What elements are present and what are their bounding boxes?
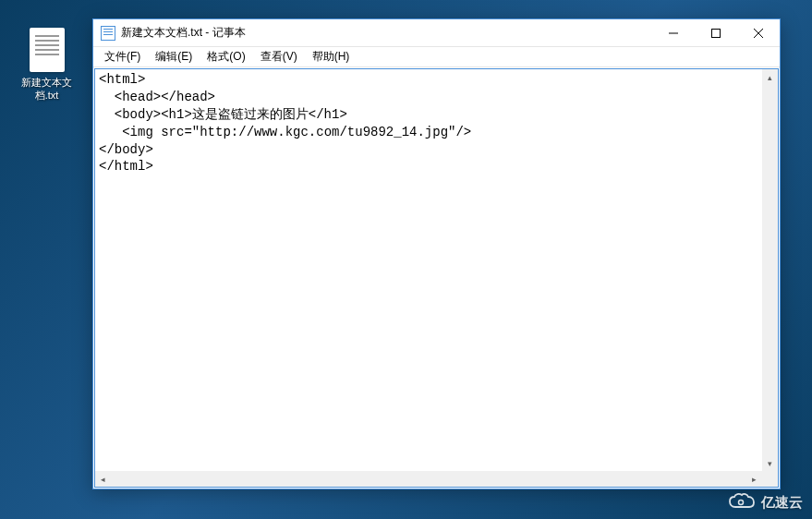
window-controls <box>652 19 780 46</box>
svg-rect-1 <box>712 29 721 37</box>
menu-help[interactable]: 帮助(H) <box>305 47 358 66</box>
window-title: 新建文本文档.txt - 记事本 <box>121 25 652 41</box>
scroll-up-arrow-icon[interactable]: ▴ <box>762 69 778 85</box>
menu-file[interactable]: 文件(F) <box>97 47 148 66</box>
editor-area: <html> <head></head> <body><h1>这是盗链过来的图片… <box>94 68 779 488</box>
minimize-icon <box>669 29 678 38</box>
menu-edit[interactable]: 编辑(E) <box>148 47 200 66</box>
watermark-cloud-icon <box>728 493 756 512</box>
close-icon <box>754 29 763 38</box>
scroll-right-arrow-icon[interactable]: ▸ <box>746 471 762 487</box>
maximize-icon <box>711 29 721 38</box>
notepad-window: 新建文本文档.txt - 记事本 文件(F) 编辑(E) 格式(O) 查看(V)… <box>92 18 781 489</box>
vertical-scrollbar[interactable]: ▴ ▾ <box>762 69 778 471</box>
menu-view[interactable]: 查看(V) <box>253 47 305 66</box>
maximize-button[interactable] <box>695 19 737 46</box>
watermark-text: 亿速云 <box>761 494 803 512</box>
desktop-icon-label: 新建文本文档.txt <box>17 76 77 103</box>
scroll-down-arrow-icon[interactable]: ▾ <box>762 455 778 471</box>
titlebar[interactable]: 新建文本文档.txt - 记事本 <box>93 19 780 47</box>
text-editor[interactable]: <html> <head></head> <body><h1>这是盗链过来的图片… <box>95 69 778 487</box>
desktop-background: 新建文本文档.txt 新建文本文档.txt - 记事本 文件(F) 编辑(E) … <box>0 0 812 519</box>
desktop-file-icon[interactable]: 新建文本文档.txt <box>17 28 77 103</box>
minimize-button[interactable] <box>652 19 695 46</box>
svg-point-4 <box>739 501 744 505</box>
watermark: 亿速云 <box>728 493 803 512</box>
text-file-icon <box>30 28 65 72</box>
menu-format[interactable]: 格式(O) <box>200 47 252 66</box>
horizontal-scrollbar[interactable]: ◂ ▸ <box>95 471 762 487</box>
scroll-corner <box>762 471 778 487</box>
menubar: 文件(F) 编辑(E) 格式(O) 查看(V) 帮助(H) <box>93 47 780 67</box>
scroll-left-arrow-icon[interactable]: ◂ <box>95 471 111 487</box>
notepad-app-icon <box>101 26 115 41</box>
close-button[interactable] <box>737 19 780 46</box>
